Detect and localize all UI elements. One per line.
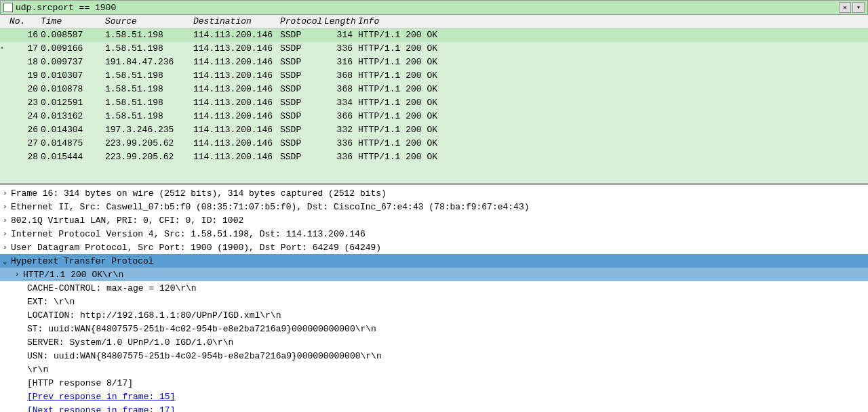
cell-destination: 114.113.200.146 <box>193 43 280 54</box>
cell-destination: 114.113.200.146 <box>193 152 280 162</box>
expand-icon[interactable]: › <box>15 270 23 279</box>
cell-no: 17 <box>7 43 41 54</box>
cell-no: 28 <box>7 152 41 162</box>
http-status-detail[interactable]: › HTTP/1.1 200 OK\r\n <box>0 268 868 281</box>
crlf-text: \r\n <box>27 365 48 375</box>
http-header-detail[interactable]: ⌄ Hypertext Transfer Protocol <box>0 254 868 268</box>
vlan-detail[interactable]: › 802.1Q Virtual LAN, PRI: 0, CFI: 0, ID… <box>0 213 868 227</box>
cell-time: 0.008587 <box>41 30 105 40</box>
http-status-text: HTTP/1.1 200 OK\r\n <box>23 270 123 280</box>
cell-source: 223.99.205.62 <box>105 152 193 162</box>
clear-filter-button[interactable]: ✕ <box>839 2 851 13</box>
expand-icon[interactable]: › <box>3 243 11 251</box>
display-filter-input[interactable] <box>16 3 839 13</box>
cell-no: 24 <box>7 111 41 121</box>
crlf-detail[interactable]: \r\n <box>0 363 868 376</box>
cell-time: 0.010307 <box>41 70 105 81</box>
packet-row[interactable]: 230.0125911.58.51.198114.113.200.146SSDP… <box>0 96 868 110</box>
cell-time: 0.014875 <box>41 138 105 148</box>
header-time[interactable]: Time <box>41 16 105 26</box>
cell-length: 368 <box>324 70 358 81</box>
usn-detail[interactable]: USN: uuid:WAN{84807575-251b-4c02-954b-e8… <box>0 349 868 363</box>
next-response-link[interactable]: [Next response in frame: 17] <box>27 405 175 413</box>
packet-list-header: No. Time Source Destination Protocol Len… <box>0 15 868 28</box>
location-detail[interactable]: LOCATION: http://192.168.1.1:80/UPnP/IGD… <box>0 308 868 322</box>
cell-destination: 114.113.200.146 <box>193 84 280 94</box>
packet-row[interactable]: 260.014304197.3.246.235114.113.200.146SS… <box>0 123 868 137</box>
cell-destination: 114.113.200.146 <box>193 30 280 40</box>
cell-no: 26 <box>7 125 41 135</box>
cell-info: HTTP/1.1 200 OK <box>358 84 868 94</box>
expand-icon[interactable]: › <box>3 203 11 211</box>
response-num-detail[interactable]: [HTTP response 8/17] <box>0 376 868 390</box>
packet-row[interactable]: 280.015444223.99.205.62114.113.200.146SS… <box>0 150 868 164</box>
cell-destination: 114.113.200.146 <box>193 111 280 121</box>
packet-details-pane[interactable]: › Frame 16: 314 bytes on wire (2512 bits… <box>0 185 868 412</box>
cell-no: 18 <box>7 57 41 67</box>
packet-row[interactable]: •170.0091661.58.51.198114.113.200.146SSD… <box>0 42 868 56</box>
collapse-icon[interactable]: ⌄ <box>3 257 11 266</box>
header-no[interactable]: No. <box>7 16 41 26</box>
cell-protocol: SSDP <box>280 57 324 67</box>
cell-time: 0.009737 <box>41 57 105 67</box>
cell-destination: 114.113.200.146 <box>193 70 280 81</box>
frame-detail[interactable]: › Frame 16: 314 bytes on wire (2512 bits… <box>0 186 868 200</box>
header-length[interactable]: Length <box>324 16 358 26</box>
cell-info: HTTP/1.1 200 OK <box>358 57 868 67</box>
header-source[interactable]: Source <box>105 16 193 26</box>
row-marker: • <box>0 45 7 52</box>
packet-row[interactable]: 200.0108781.58.51.198114.113.200.146SSDP… <box>0 83 868 96</box>
ip-detail[interactable]: › Internet Protocol Version 4, Src: 1.58… <box>0 227 868 241</box>
response-num-text: [HTTP response 8/17] <box>27 378 133 388</box>
st-detail[interactable]: ST: uuid:WAN{84807575-251b-4c02-954b-e8e… <box>0 322 868 335</box>
frame-text: Frame 16: 314 bytes on wire (2512 bits),… <box>11 188 387 199</box>
ext-text: EXT: \r\n <box>27 297 75 307</box>
cell-time: 0.014304 <box>41 125 105 135</box>
cell-no: 27 <box>7 138 41 148</box>
cell-info: HTTP/1.1 200 OK <box>358 30 868 40</box>
cell-protocol: SSDP <box>280 70 324 81</box>
header-destination[interactable]: Destination <box>193 16 280 26</box>
prev-response-detail[interactable]: [Prev response in frame: 15] <box>0 390 868 403</box>
ext-detail[interactable]: EXT: \r\n <box>0 295 868 308</box>
cell-destination: 114.113.200.146 <box>193 125 280 135</box>
filter-controls: ✕ ▾ <box>839 2 865 13</box>
expand-icon[interactable]: › <box>3 216 11 224</box>
cell-source: 1.58.51.198 <box>105 111 193 121</box>
cell-length: 336 <box>324 138 358 148</box>
packet-list[interactable]: 160.0085871.58.51.198114.113.200.146SSDP… <box>0 28 868 183</box>
cell-info: HTTP/1.1 200 OK <box>358 125 868 135</box>
cell-source: 1.58.51.198 <box>105 98 193 108</box>
cell-time: 0.012591 <box>41 98 105 108</box>
packet-row[interactable]: 180.009737191.84.47.236114.113.200.146SS… <box>0 56 868 69</box>
cache-control-detail[interactable]: CACHE-CONTROL: max-age = 120\r\n <box>0 281 868 295</box>
cell-length: 316 <box>324 57 358 67</box>
prev-response-link[interactable]: [Prev response in frame: 15] <box>27 392 175 402</box>
server-detail[interactable]: SERVER: System/1.0 UPnP/1.0 IGD/1.0\r\n <box>0 335 868 349</box>
cell-protocol: SSDP <box>280 125 324 135</box>
ethernet-detail[interactable]: › Ethernet II, Src: Caswell_07:b5:f0 (08… <box>0 200 868 213</box>
expand-icon[interactable]: › <box>3 189 11 197</box>
next-response-detail[interactable]: [Next response in frame: 17] <box>0 403 868 412</box>
cell-info: HTTP/1.1 200 OK <box>358 138 868 148</box>
filter-bookmark-icon[interactable] <box>3 3 13 12</box>
cell-protocol: SSDP <box>280 111 324 121</box>
http-header-text: Hypertext Transfer Protocol <box>11 256 154 266</box>
vlan-text: 802.1Q Virtual LAN, PRI: 0, CFI: 0, ID: … <box>11 215 243 226</box>
packet-row[interactable]: 270.014875223.99.205.62114.113.200.146SS… <box>0 137 868 150</box>
packet-row[interactable]: 240.0131621.58.51.198114.113.200.146SSDP… <box>0 110 868 123</box>
udp-detail[interactable]: › User Datagram Protocol, Src Port: 1900… <box>0 241 868 254</box>
expand-icon[interactable]: › <box>3 230 11 238</box>
server-text: SERVER: System/1.0 UPnP/1.0 IGD/1.0\r\n <box>27 337 233 348</box>
packet-row[interactable]: 190.0103071.58.51.198114.113.200.146SSDP… <box>0 69 868 83</box>
cell-length: 314 <box>324 30 358 40</box>
usn-text: USN: uuid:WAN{84807575-251b-4c02-954b-e8… <box>27 351 382 361</box>
cell-source: 1.58.51.198 <box>105 43 193 54</box>
packet-row[interactable]: 160.0085871.58.51.198114.113.200.146SSDP… <box>0 28 868 42</box>
header-info[interactable]: Info <box>358 16 868 26</box>
st-text: ST: uuid:WAN{84807575-251b-4c02-954b-e8e… <box>27 324 376 334</box>
cell-no: 16 <box>7 30 41 40</box>
header-protocol[interactable]: Protocol <box>280 16 324 26</box>
filter-dropdown-button[interactable]: ▾ <box>852 2 865 13</box>
cell-length: 334 <box>324 98 358 108</box>
